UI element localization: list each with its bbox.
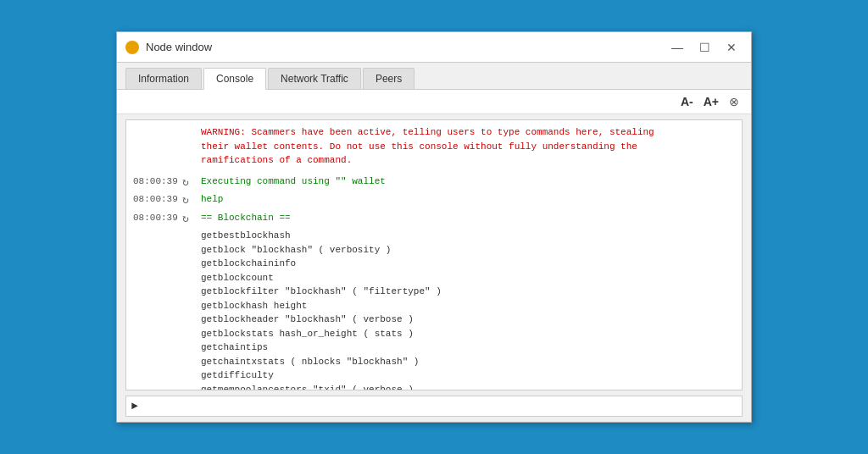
font-decrease-button[interactable]: A- — [677, 93, 697, 110]
log-content-1: Executing command using "" wallet — [201, 174, 735, 189]
log-icon-3: ↻ — [182, 211, 201, 228]
node-window: Node window — ☐ ✕ Information Console Ne… — [116, 31, 752, 423]
console-area: WARNING: Scammers have been active, tell… — [125, 119, 743, 390]
log-content-2: help — [201, 192, 735, 207]
log-line-2: 08:00:39 ↻ help — [133, 192, 735, 209]
help-item-11: getmempoolancestors "txid" ( verbose ) — [201, 383, 735, 390]
help-item-2: getblockchaininfo — [201, 257, 735, 271]
clear-console-button[interactable]: ⊗ — [726, 93, 743, 110]
font-increase-button[interactable]: A+ — [700, 93, 722, 110]
log-line-3: 08:00:39 ↻ == Blockchain == — [133, 211, 735, 228]
console-input[interactable] — [143, 401, 737, 412]
warning-message: WARNING: Scammers have been active, tell… — [201, 125, 735, 168]
log-line-1: 08:00:39 ↻ Executing command using "" wa… — [133, 174, 735, 191]
console-output[interactable]: WARNING: Scammers have been active, tell… — [126, 120, 742, 390]
help-item-5: getblockhash height — [201, 299, 735, 313]
log-content-3: == Blockchain == — [201, 211, 735, 225]
log-icon-1: ↻ — [182, 174, 201, 191]
prompt-symbol: ► — [131, 400, 138, 412]
tab-peers[interactable]: Peers — [363, 68, 415, 89]
log-icon-2: ↻ — [182, 192, 201, 209]
close-button[interactable]: ✕ — [721, 38, 743, 57]
node-icon — [125, 41, 139, 54]
tab-network-traffic[interactable]: Network Traffic — [268, 68, 361, 89]
help-item-4: getblockfilter "blockhash" ( "filtertype… — [201, 285, 735, 299]
maximize-button[interactable]: ☐ — [693, 38, 715, 57]
help-item-6: getblockheader "blockhash" ( verbose ) — [201, 313, 735, 327]
title-bar: Node window — ☐ ✕ — [117, 32, 751, 63]
help-item-1: getblock "blockhash" ( verbosity ) — [201, 243, 735, 257]
title-bar-left: Node window — [125, 41, 212, 54]
tab-information[interactable]: Information — [125, 68, 202, 89]
help-item-8: getchaintips — [201, 340, 735, 355]
console-toolbar: A- A+ ⊗ — [117, 90, 751, 114]
minimize-button[interactable]: — — [666, 38, 688, 57]
help-item-9: getchaintxstats ( nblocks "blockhash" ) — [201, 355, 735, 369]
help-item-7: getblockstats hash_or_height ( stats ) — [201, 327, 735, 341]
help-item-3: getblockcount — [201, 271, 735, 285]
log-time-2: 08:00:39 — [133, 192, 182, 207]
window-title: Node window — [146, 41, 212, 53]
log-time-1: 08:00:39 — [133, 174, 182, 189]
console-input-row: ► — [125, 396, 743, 417]
tab-bar: Information Console Network Traffic Peer… — [117, 63, 751, 90]
help-item-10: getdifficulty — [201, 368, 735, 383]
title-controls: — ☐ ✕ — [666, 38, 743, 57]
log-time-3: 08:00:39 — [133, 211, 182, 225]
tab-console[interactable]: Console — [203, 68, 266, 90]
help-item-0: getbestblockhash — [201, 229, 735, 243]
